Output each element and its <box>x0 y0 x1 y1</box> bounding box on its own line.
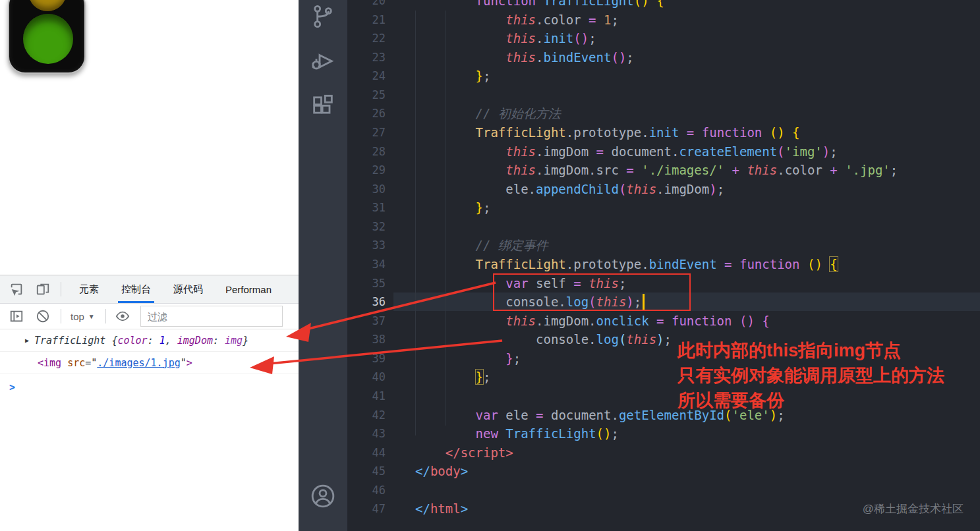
run-debug-icon[interactable] <box>310 47 336 74</box>
line-number: 31 <box>347 198 386 217</box>
line-number: 32 <box>347 217 386 237</box>
account-icon[interactable] <box>310 483 336 509</box>
devtools-tab-3[interactable]: Performan <box>214 275 283 303</box>
line-number: 40 <box>347 368 386 387</box>
code-line-21[interactable]: 21this.color = 1; <box>347 11 980 30</box>
line-number: 30 <box>347 180 386 199</box>
code-line-20[interactable]: 20function TrafficLight() { <box>347 0 980 11</box>
code-line-42[interactable]: 42var ele = document.getElementById('ele… <box>347 406 980 425</box>
object-preview-text: TrafficLight {color: 1, imgDom: img} <box>34 335 248 347</box>
device-toolbar-icon[interactable] <box>36 282 50 296</box>
code-line-28[interactable]: 28this.imgDom = document.createElement('… <box>347 142 980 161</box>
line-number: 45 <box>347 462 386 481</box>
console-log-object-row[interactable]: ▶ TrafficLight {color: 1, imgDom: img} <box>0 329 299 352</box>
traffic-light-yellow-lamp <box>28 0 67 11</box>
console-toolbar: top ▼ <box>0 304 299 329</box>
line-number: 47 <box>347 499 386 518</box>
line-number: 25 <box>347 86 386 105</box>
traffic-light-green-lamp <box>23 14 73 64</box>
code-line-45[interactable]: 45</body> <box>347 462 980 481</box>
code-line-33[interactable]: 33// 绑定事件 <box>347 236 980 255</box>
devtools-tabs: 元素控制台源代码Performan <box>68 275 283 303</box>
code-line-24[interactable]: 24}; <box>347 67 980 86</box>
code-line-23[interactable]: 23this.bindEvent(); <box>347 48 980 67</box>
line-number: 35 <box>347 274 386 293</box>
line-number: 41 <box>347 387 386 406</box>
line-number: 27 <box>347 123 386 142</box>
code-line-46[interactable]: 46 <box>347 481 980 500</box>
browser-page: 元素控制台源代码Performan <box>0 0 299 531</box>
code-line-43[interactable]: 43new TrafficLight(); <box>347 424 980 443</box>
chevron-down-icon: ▼ <box>88 313 95 320</box>
line-number: 29 <box>347 161 386 180</box>
line-number: 22 <box>347 29 386 48</box>
prompt-chevron-icon: > <box>9 381 15 393</box>
toolbar-separator <box>105 309 106 323</box>
code-editor[interactable]: 20function TrafficLight() {21this.color … <box>347 0 980 531</box>
text-cursor <box>643 294 645 310</box>
code-line-25[interactable]: 25 <box>347 86 980 105</box>
console-filter-input[interactable] <box>140 306 283 327</box>
line-number: 38 <box>347 330 386 349</box>
line-number: 42 <box>347 406 386 425</box>
code-line-41[interactable]: 41 <box>347 387 980 406</box>
traffic-light-image <box>8 0 86 74</box>
line-number: 44 <box>347 443 386 462</box>
expand-triangle-icon[interactable]: ▶ <box>25 337 29 344</box>
code-line-26[interactable]: 26// 初始化方法 <box>347 104 980 123</box>
code-line-36[interactable]: 36console.log(this); <box>347 293 980 312</box>
code-line-22[interactable]: 22this.init(); <box>347 29 980 48</box>
devtools-tab-bar: 元素控制台源代码Performan <box>0 275 299 304</box>
inspect-cursor-icon[interactable] <box>9 282 24 296</box>
line-number: 21 <box>347 11 386 30</box>
code-line-38[interactable]: 38console.log(this); <box>347 330 980 349</box>
vscode-activity-bar <box>299 0 347 531</box>
extensions-icon[interactable] <box>310 94 336 120</box>
line-number: 23 <box>347 48 386 67</box>
code-line-34[interactable]: 34TrafficLight.prototype.bindEvent = fun… <box>347 255 980 274</box>
source-control-icon[interactable] <box>310 3 336 30</box>
line-number: 36 <box>347 293 386 312</box>
devtools-tab-2[interactable]: 源代码 <box>162 275 214 303</box>
code-line-47[interactable]: 47</html> <box>347 499 980 518</box>
context-selector-label: top <box>71 311 84 322</box>
console-sidebar-icon[interactable] <box>9 309 24 323</box>
console-prompt[interactable]: > <box>0 374 299 401</box>
code-line-31[interactable]: 31}; <box>347 198 980 217</box>
code-line-32[interactable]: 32 <box>347 217 980 237</box>
code-line-29[interactable]: 29this.imgDom.src = './images/' + this.c… <box>347 161 980 180</box>
clear-console-icon[interactable] <box>36 309 50 323</box>
code-line-30[interactable]: 30ele.appendChild(this.imgDom); <box>347 180 980 199</box>
line-number: 28 <box>347 142 386 161</box>
toolbar-separator <box>61 309 61 323</box>
console-log-element-row[interactable]: <img src="./images/1.jpg"> <box>0 352 299 374</box>
toolbar-separator <box>61 282 61 296</box>
element-preview-text: <img src="./images/1.jpg"> <box>38 357 192 369</box>
line-number: 26 <box>347 104 386 123</box>
code-line-37[interactable]: 37this.imgDom.onclick = function () { <box>347 312 980 331</box>
code-line-44[interactable]: 44</script> <box>347 443 980 462</box>
line-number: 37 <box>347 312 386 331</box>
line-number: 33 <box>347 236 386 255</box>
devtools-panel: 元素控制台源代码Performan <box>0 275 299 531</box>
line-number: 43 <box>347 424 386 443</box>
devtools-tab-0[interactable]: 元素 <box>68 275 110 303</box>
line-number: 20 <box>347 0 386 11</box>
code-line-27[interactable]: 27TrafficLight.prototype.init = function… <box>347 123 980 142</box>
eye-icon[interactable] <box>115 309 130 323</box>
context-selector[interactable]: top ▼ <box>71 311 95 322</box>
devtools-tab-1[interactable]: 控制台 <box>110 275 162 303</box>
line-number: 34 <box>347 255 386 274</box>
code-line-35[interactable]: 35var self = this; <box>347 274 980 293</box>
code-line-39[interactable]: 39}; <box>347 349 980 368</box>
line-number: 39 <box>347 349 386 368</box>
code-line-40[interactable]: 40}; <box>347 368 980 387</box>
line-number: 24 <box>347 67 386 86</box>
line-number: 46 <box>347 481 386 500</box>
